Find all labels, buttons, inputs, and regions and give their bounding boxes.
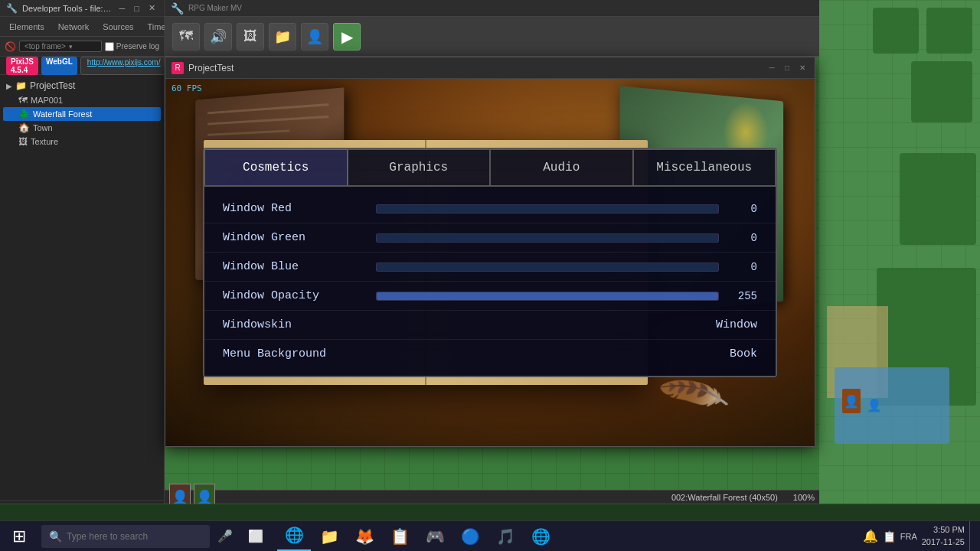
devtools-close-btn[interactable]: ✕ bbox=[146, 3, 158, 13]
tool-new[interactable]: 🗺 bbox=[172, 23, 200, 51]
tab-sources[interactable]: Sources bbox=[96, 20, 139, 34]
windowskin-value: Window bbox=[376, 318, 757, 331]
tree-item-texture[interactable]: 🖼 Texture bbox=[3, 135, 161, 148]
tree-item-texture-label: Texture bbox=[31, 137, 58, 146]
taskbar-app-rpgmaker[interactable]: 🎮 bbox=[418, 521, 452, 552]
menu-background-label: Menu Background bbox=[223, 347, 376, 360]
tool-play[interactable]: ▶ bbox=[333, 23, 361, 51]
tree-item-waterfall-forest[interactable]: 🌲 Waterfall Forest bbox=[3, 107, 161, 121]
devtools-minimize-btn[interactable]: ─ bbox=[117, 4, 128, 13]
tool-volume[interactable]: 🔊 bbox=[204, 23, 232, 51]
window-opacity-slider[interactable] bbox=[376, 292, 719, 301]
cortana-mic-btn[interactable]: 🎤 bbox=[210, 521, 240, 552]
taskbar-app-antivirus[interactable]: 🔵 bbox=[453, 521, 487, 552]
tree-expand-arrow: ▶ bbox=[6, 82, 12, 90]
window-opacity-value: 255 bbox=[727, 290, 757, 302]
taskbar-app-vpn[interactable]: 🌐 bbox=[524, 521, 557, 552]
devtools-tabs: Elements Network Sources Timeline Profil… bbox=[0, 17, 164, 37]
window-green-slider-wrap: 0 bbox=[376, 232, 757, 244]
console-clear-btn[interactable]: 🚫 bbox=[5, 41, 16, 52]
task-view-btn[interactable]: ⬜ bbox=[240, 521, 271, 552]
rpg-map-panel: 👤 👤 bbox=[819, 0, 980, 520]
window-green-label: Window Green bbox=[223, 231, 376, 244]
town-icon: 🏠 bbox=[18, 122, 30, 133]
window-blue-label: Window Blue bbox=[223, 260, 376, 273]
settings-tab-miscellaneous[interactable]: Miscellaneous bbox=[633, 149, 776, 185]
taskbar-search[interactable]: 🔍 bbox=[41, 525, 210, 548]
devtools-url-bar[interactable]: <top frame> ▾ bbox=[19, 41, 102, 52]
project-root[interactable]: ▶ 📁 ProjectTest bbox=[3, 78, 161, 93]
window-green-value: 0 bbox=[727, 232, 757, 244]
rpg-map-background: 👤 👤 bbox=[819, 0, 980, 520]
tree-item-map001-label: MAP001 bbox=[31, 96, 63, 105]
tool-image[interactable]: 🖼 bbox=[237, 23, 264, 51]
project-tree: ▶ 📁 ProjectTest 🗺 MAP001 🌲 Waterfall For… bbox=[0, 75, 164, 500]
dropdown-icon[interactable]: ▾ bbox=[69, 43, 73, 51]
preserve-log-checkbox[interactable] bbox=[105, 42, 114, 51]
game-favicon: R bbox=[172, 62, 184, 74]
window-red-label: Window Red bbox=[223, 202, 376, 215]
window-opacity-label: Window Opacity bbox=[223, 289, 376, 302]
taskbar-app-firefox[interactable]: 🦊 bbox=[348, 521, 381, 552]
action-center-btn[interactable]: 📋 bbox=[883, 530, 896, 543]
zoom-level: 100% bbox=[793, 493, 815, 502]
taskbar-app-music[interactable]: 🎵 bbox=[488, 521, 522, 552]
tab-network[interactable]: Network bbox=[52, 20, 95, 34]
tab-elements[interactable]: Elements bbox=[3, 20, 51, 34]
map001-icon: 🗺 bbox=[18, 95, 28, 106]
waterfall-forest-icon: 🌲 bbox=[18, 109, 30, 119]
show-desktop-btn[interactable] bbox=[969, 521, 974, 552]
game-restore-btn[interactable]: □ bbox=[781, 62, 793, 74]
pixi-version-pill: PixiJS 4.5.4 bbox=[6, 57, 38, 75]
settings-row-menu-background: Menu Background Book bbox=[204, 340, 776, 368]
window-red-slider[interactable] bbox=[376, 204, 719, 214]
devtools-maximize-btn[interactable]: □ bbox=[132, 4, 142, 13]
game-minimize-btn[interactable]: ─ bbox=[766, 62, 778, 74]
devtools-content: PixiJS 4.5.4 WebGL http://www.pixijs.com… bbox=[0, 57, 164, 500]
taskbar-clock[interactable]: 3:50 PM 2017-11-25 bbox=[922, 524, 965, 548]
settings-tab-cosmetics[interactable]: Cosmetics bbox=[204, 149, 348, 185]
window-blue-slider[interactable] bbox=[376, 262, 719, 272]
tool-folder[interactable]: 📁 bbox=[269, 23, 296, 51]
taskbar: ⊞ 🔍 🎤 ⬜ 🌐 📁 🦊 📋 🎮 🔵 🎵 🌐 🔔 📋 FRA 3:50 PM … bbox=[0, 520, 980, 551]
devtools-address-bar: PixiJS 4.5.4 WebGL http://www.pixijs.com… bbox=[0, 57, 164, 75]
settings-row-window-opacity: Window Opacity 255 bbox=[204, 282, 776, 311]
taskbar-apps: 🌐 📁 🦊 📋 🎮 🔵 🎵 🌐 bbox=[277, 521, 557, 552]
pixijs-url-pill[interactable]: http://www.pixijs.com/ bbox=[80, 57, 164, 75]
tree-item-waterfall-label: Waterfall Forest bbox=[33, 109, 92, 119]
devtools-favicon: 🔧 bbox=[6, 3, 18, 14]
language-indicator[interactable]: FRA bbox=[900, 532, 917, 541]
taskbar-app-edge[interactable]: 🌐 bbox=[277, 521, 311, 552]
menu-background-value: Book bbox=[376, 347, 757, 360]
preserve-log-label: Preserve log bbox=[116, 42, 159, 51]
taskbar-app-mail[interactable]: 📋 bbox=[383, 521, 416, 552]
tool-event[interactable]: 👤 bbox=[301, 23, 328, 51]
clock-time: 3:50 PM bbox=[922, 524, 965, 536]
game-title: ProjectTest bbox=[188, 63, 763, 73]
search-icon: 🔍 bbox=[49, 530, 62, 543]
settings-tab-audio[interactable]: Audio bbox=[490, 149, 633, 185]
tree-item-town[interactable]: 🏠 Town bbox=[3, 121, 161, 135]
tree-item-map001[interactable]: 🗺 MAP001 bbox=[3, 93, 161, 107]
settings-tabs: Cosmetics Graphics Audio Miscellaneous bbox=[204, 149, 776, 187]
window-red-slider-wrap: 0 bbox=[376, 203, 757, 215]
taskbar-app-explorer[interactable]: 📁 bbox=[312, 521, 346, 552]
devtools-console-toolbar: 🚫 <top frame> ▾ Preserve log bbox=[0, 37, 164, 57]
settings-tab-graphics[interactable]: Graphics bbox=[348, 149, 491, 185]
devtools-titlebar: 🔧 Developer Tools - file:///D:/Alex/5.%2… bbox=[0, 0, 164, 17]
window-green-slider[interactable] bbox=[376, 233, 719, 243]
start-button[interactable]: ⊞ bbox=[0, 521, 38, 552]
rpgmaker-toolbar: 🗺 🔊 🖼 📁 👤 ▶ bbox=[165, 17, 819, 57]
settings-row-window-blue: Window Blue 0 bbox=[204, 253, 776, 282]
game-close-btn[interactable]: ✕ bbox=[796, 62, 808, 74]
window-opacity-fill bbox=[377, 292, 718, 300]
rpgmaker-menu-bar: 🔧 RPG Maker MV bbox=[165, 0, 819, 17]
frame-label: <top frame> bbox=[24, 42, 66, 51]
texture-icon: 🖼 bbox=[18, 136, 28, 147]
clock-date: 2017-11-25 bbox=[922, 536, 965, 548]
notification-center-btn[interactable]: 🔔 bbox=[863, 529, 878, 543]
window-blue-slider-wrap: 0 bbox=[376, 261, 757, 273]
tree-item-town-label: Town bbox=[33, 123, 53, 132]
devtools-pills: PixiJS 4.5.4 WebGL http://www.pixijs.com… bbox=[6, 57, 164, 75]
search-input[interactable] bbox=[67, 531, 189, 542]
